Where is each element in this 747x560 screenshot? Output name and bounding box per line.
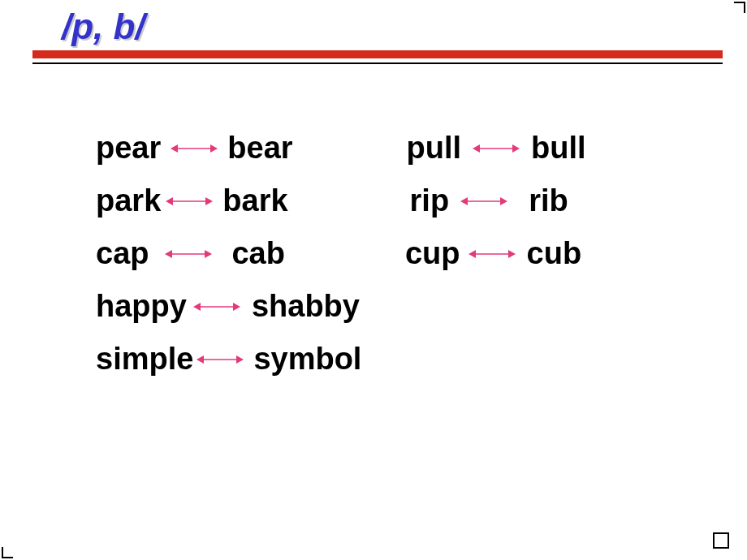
corner-marker-top-right: [731, 2, 745, 16]
word-left: park: [96, 183, 161, 218]
double-arrow-icon: [171, 142, 218, 155]
double-arrow-icon: [460, 195, 507, 208]
word-left: happy: [96, 289, 187, 324]
corner-marker-bottom-left: [2, 544, 16, 558]
slide-title: /p, b/: [62, 6, 145, 47]
svg-marker-13: [165, 250, 172, 258]
svg-marker-1: [171, 144, 178, 153]
word-right: bear: [227, 131, 292, 166]
svg-marker-14: [205, 250, 212, 258]
word-right: cub: [527, 236, 582, 271]
word-pair-row: happy shabby: [96, 280, 713, 333]
word-pair-row: park barkrip rib: [96, 174, 713, 227]
double-arrow-icon: [166, 195, 213, 208]
title-underline-thick: [32, 50, 723, 58]
word-pair-row: pear bearpull bull: [96, 122, 713, 174]
svg-marker-8: [205, 197, 213, 205]
svg-marker-11: [500, 197, 507, 205]
word-pairs-content: pear bearpull bullpark barkrip ribcap ca…: [96, 122, 713, 386]
word-left: cap: [96, 236, 149, 271]
word-left: simple: [96, 342, 193, 377]
double-arrow-icon: [193, 300, 240, 313]
word-left: cup: [405, 236, 460, 271]
svg-marker-7: [166, 197, 173, 205]
word-right: bark: [222, 183, 287, 218]
double-arrow-icon: [468, 248, 516, 261]
word-pair-row: cap cabcup cub: [96, 227, 713, 280]
word-right: rib: [529, 183, 568, 218]
word-left: rip: [410, 183, 450, 218]
square-marker-bottom-right: [713, 532, 729, 549]
word-left: pear: [96, 131, 161, 166]
double-arrow-icon: [196, 353, 244, 366]
double-arrow-icon: [165, 248, 212, 261]
word-right: symbol: [253, 342, 361, 377]
svg-marker-22: [196, 355, 204, 364]
svg-marker-17: [508, 250, 516, 258]
svg-marker-20: [233, 303, 240, 311]
svg-marker-16: [468, 250, 476, 258]
svg-marker-5: [512, 144, 520, 153]
svg-marker-23: [236, 355, 244, 364]
double-arrow-icon: [473, 142, 520, 155]
word-left: pull: [407, 131, 462, 166]
svg-marker-2: [210, 144, 218, 153]
svg-marker-4: [473, 144, 480, 153]
svg-marker-19: [193, 303, 201, 311]
svg-marker-10: [460, 197, 468, 205]
word-right: shabby: [252, 289, 360, 324]
word-right: cab: [231, 236, 284, 271]
title-underline-thin: [32, 62, 723, 64]
word-pair-row: simple symbol: [96, 333, 713, 386]
word-right: bull: [531, 131, 586, 166]
